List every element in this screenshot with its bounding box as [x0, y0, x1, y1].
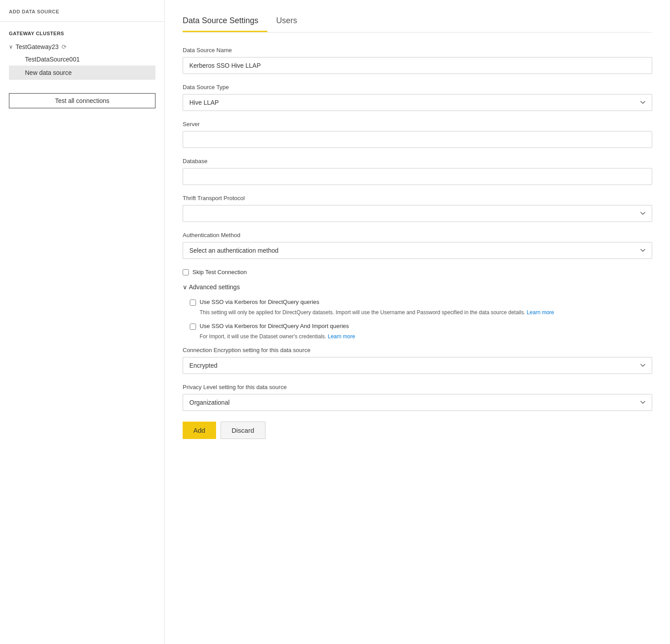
database-input[interactable]: [183, 168, 652, 185]
skip-test-connection-group: Skip Test Connection: [183, 269, 652, 275]
datasource-label: TestDataSource001: [25, 56, 80, 63]
gateway-section: GATEWAY CLUSTERS ∨ TestGateway23 ⟳ TestD…: [0, 22, 164, 80]
sso-directquery-label: Use SSO via Kerberos for DirectQuery que…: [200, 299, 319, 305]
data-source-name-input[interactable]: [183, 57, 652, 74]
main-content: Data Source Settings Users Data Source N…: [165, 0, 670, 644]
tab-bar: Data Source Settings Users: [183, 11, 652, 33]
sso-import-description: For Import, it will use the Dataset owne…: [200, 332, 652, 340]
advanced-settings-label: Advanced settings: [189, 283, 240, 291]
thrift-transport-group: Thrift Transport Protocol: [183, 195, 652, 222]
privacy-level-label: Privacy Level setting for this data sour…: [183, 384, 652, 390]
sso-import-checkbox[interactable]: [190, 324, 196, 330]
sso-import-row: Use SSO via Kerberos for DirectQuery And…: [190, 323, 652, 330]
gateway-name: TestGateway23: [16, 43, 59, 50]
sso-import-learn-more-link[interactable]: Learn more: [328, 333, 355, 340]
privacy-level-group: Privacy Level setting for this data sour…: [183, 384, 652, 411]
action-buttons: Add Discard: [183, 422, 652, 439]
database-label: Database: [183, 158, 652, 164]
sidebar-header: ADD DATA SOURCE: [0, 9, 164, 22]
advanced-settings-section: Use SSO via Kerberos for DirectQuery que…: [183, 299, 652, 340]
refresh-icon[interactable]: ⟳: [61, 43, 67, 50]
data-source-type-group: Data Source Type Hive LLAP: [183, 84, 652, 111]
server-label: Server: [183, 121, 652, 127]
sso-directquery-learn-more-link[interactable]: Learn more: [527, 309, 554, 316]
server-input[interactable]: [183, 131, 652, 148]
connection-encryption-group: Connection Encryption setting for this d…: [183, 347, 652, 374]
data-source-name-group: Data Source Name: [183, 47, 652, 74]
gateway-item[interactable]: ∨ TestGateway23 ⟳: [9, 41, 155, 53]
thrift-transport-select[interactable]: [183, 205, 652, 222]
sidebar: ADD DATA SOURCE GATEWAY CLUSTERS ∨ TestG…: [0, 0, 165, 644]
sso-import-label: Use SSO via Kerberos for DirectQuery And…: [200, 323, 349, 329]
privacy-level-select[interactable]: Organizational: [183, 394, 652, 411]
tab-data-source-settings[interactable]: Data Source Settings: [183, 11, 267, 32]
server-group: Server: [183, 121, 652, 148]
discard-button[interactable]: Discard: [221, 422, 266, 439]
sso-directquery-group: Use SSO via Kerberos for DirectQuery que…: [190, 299, 652, 316]
auth-method-label: Authentication Method: [183, 232, 652, 238]
test-all-connections-button[interactable]: Test all connections: [9, 93, 155, 108]
skip-test-connection-label: Skip Test Connection: [192, 269, 247, 275]
data-source-type-label: Data Source Type: [183, 84, 652, 90]
gateway-clusters-label: GATEWAY CLUSTERS: [9, 31, 155, 36]
new-datasource-item[interactable]: New data source: [9, 66, 155, 80]
connection-encryption-select[interactable]: Encrypted: [183, 357, 652, 374]
chevron-down-icon: ∨: [9, 44, 13, 50]
add-button[interactable]: Add: [183, 422, 216, 439]
sso-import-group: Use SSO via Kerberos for DirectQuery And…: [190, 323, 652, 340]
sso-directquery-row: Use SSO via Kerberos for DirectQuery que…: [190, 299, 652, 306]
sso-directquery-description: This setting will only be applied for Di…: [200, 308, 652, 316]
connection-encryption-label: Connection Encryption setting for this d…: [183, 347, 652, 353]
datasource-item-testdatasource001[interactable]: TestDataSource001: [9, 53, 155, 66]
data-source-name-label: Data Source Name: [183, 47, 652, 53]
auth-method-select[interactable]: Select an authentication method: [183, 242, 652, 259]
skip-test-connection-checkbox[interactable]: [183, 269, 189, 275]
sso-directquery-checkbox[interactable]: [190, 299, 196, 306]
sso-directquery-description-text: This setting will only be applied for Di…: [200, 309, 527, 316]
auth-method-group: Authentication Method Select an authenti…: [183, 232, 652, 259]
advanced-settings-toggle[interactable]: ∨ Advanced settings: [183, 283, 652, 291]
tab-users[interactable]: Users: [276, 11, 306, 32]
new-datasource-label: New data source: [25, 69, 72, 76]
advanced-settings-chevron-icon: ∨: [183, 283, 187, 291]
thrift-transport-label: Thrift Transport Protocol: [183, 195, 652, 201]
sso-import-description-text: For Import, it will use the Dataset owne…: [200, 333, 328, 340]
data-source-type-select[interactable]: Hive LLAP: [183, 94, 652, 111]
database-group: Database: [183, 158, 652, 185]
